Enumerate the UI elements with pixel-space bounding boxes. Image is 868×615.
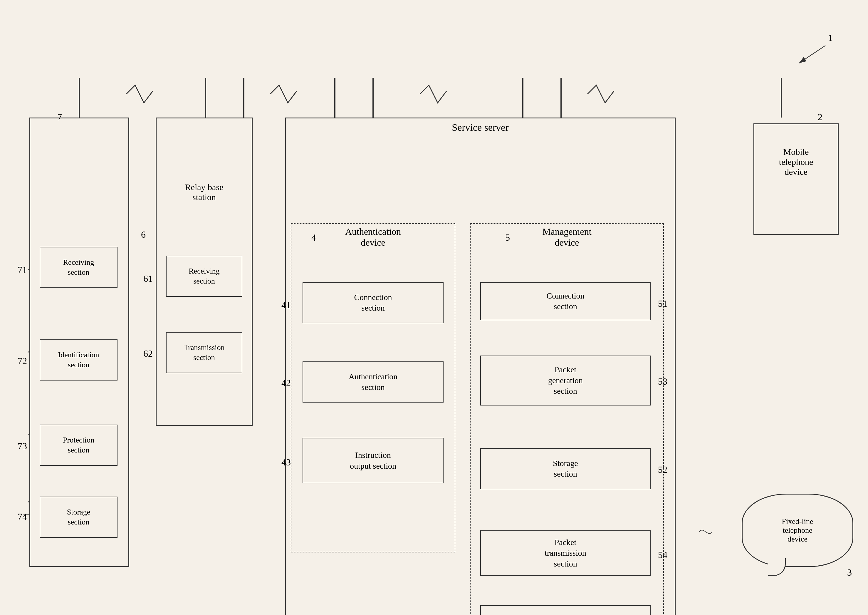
identification-section: Identificationsection xyxy=(40,339,117,381)
ref-2: 2 xyxy=(818,112,823,123)
relay-base-label: Relay basestation xyxy=(159,182,250,202)
auth-device-title: Authenticationdevice xyxy=(294,226,452,248)
ref-71: 71 xyxy=(18,264,27,275)
ref-1: 1 xyxy=(828,32,833,43)
ref-43: 43 xyxy=(281,457,291,468)
service-server-title: Service server xyxy=(285,122,676,133)
management-device-title: Managementdevice xyxy=(471,226,662,248)
ref-4: 4 xyxy=(312,232,316,243)
fixed-line-label: Fixed-linetelephonedevice xyxy=(782,517,813,543)
receiving-section-6: Receivingsection xyxy=(166,256,242,297)
storage-section-5: Storagesection xyxy=(480,448,651,489)
diagram: 1 Mobiletelephonedevice 2 Fixed-linetele… xyxy=(0,0,868,615)
ref-61: 61 xyxy=(143,273,153,284)
mobile-telephone-box xyxy=(753,123,838,235)
ref-3: 3 xyxy=(847,567,852,578)
svg-line-4 xyxy=(799,45,825,63)
receiving-section-7: Receivingsection xyxy=(40,247,117,288)
ref-72: 72 xyxy=(18,356,27,367)
bubble-tail xyxy=(768,558,786,576)
protection-section: Protectionsection xyxy=(40,425,117,466)
instruction-output-section: Instructionoutput section xyxy=(302,438,444,483)
ref-41: 41 xyxy=(281,300,291,311)
ref-62: 62 xyxy=(143,348,153,359)
fixed-line-bubble: Fixed-linetelephonedevice xyxy=(742,494,853,567)
ref-5: 5 xyxy=(505,232,510,243)
connection-section-4: Connectionsection xyxy=(302,282,444,323)
ref-73: 73 xyxy=(18,441,27,452)
ref-7: 7 xyxy=(57,112,62,123)
authentication-section: Authenticationsection xyxy=(302,361,444,403)
ref-6: 6 xyxy=(141,229,146,240)
ref-51: 51 xyxy=(658,298,667,309)
packet-transmission-section: Packettransmissionsection xyxy=(480,531,651,576)
ref-42: 42 xyxy=(281,378,291,389)
packet-generation-section: Packetgenerationsection xyxy=(480,356,651,406)
management-section: Managementsection xyxy=(480,605,651,615)
ref-52: 52 xyxy=(658,464,667,475)
transmission-section: Transmissionsection xyxy=(166,332,242,373)
ref-53: 53 xyxy=(658,376,667,387)
mobile-telephone-label: Mobiletelephonedevice xyxy=(755,147,837,177)
ref-54: 54 xyxy=(658,549,667,560)
connection-section-5: Connectionsection xyxy=(480,282,651,320)
ref-74: 74 xyxy=(18,511,27,522)
storage-section-7: Storagesection xyxy=(40,496,117,538)
